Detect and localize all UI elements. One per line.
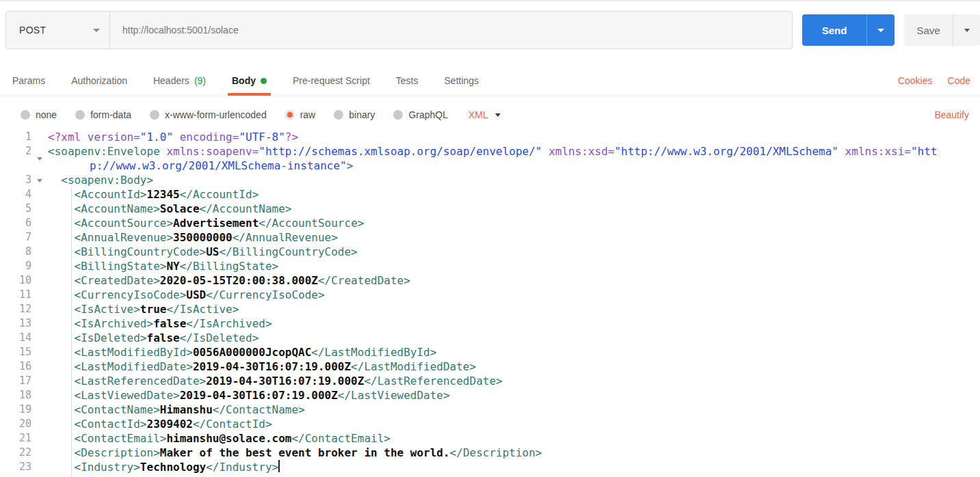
code-token-tag: <LastViewedDate> bbox=[75, 389, 180, 402]
code-token-tag: </CreatedDate> bbox=[318, 274, 410, 287]
fold-gutter bbox=[31, 130, 48, 144]
save-options-button[interactable] bbox=[953, 14, 980, 46]
tab-pre-request-script[interactable]: Pre-request Script bbox=[289, 66, 374, 96]
fold-gutter bbox=[31, 446, 48, 460]
line-number: 1 bbox=[0, 130, 31, 144]
line-number: 17 bbox=[0, 374, 31, 388]
code-line[interactable]: 14 <IsDeleted>false</IsDeleted> bbox=[0, 331, 980, 345]
code-link[interactable]: Code bbox=[948, 75, 970, 86]
code-line[interactable]: 5 <AccountName>Solace</AccountName> bbox=[0, 202, 980, 216]
code-line[interactable]: 17 <LastReferencedDate>2019-04-30T16:07:… bbox=[0, 374, 980, 388]
fold-gutter bbox=[31, 302, 48, 316]
code-token-tag: <IsArchived> bbox=[75, 317, 154, 330]
tabs-links: Cookies Code bbox=[898, 75, 980, 86]
code-line[interactable]: 9 <BillingState>NY</BillingState> bbox=[0, 259, 980, 273]
body-mode-form-data[interactable]: form-data bbox=[75, 109, 131, 120]
code-token-str: "http://schemas.xmlsoap.org/soap/envelop… bbox=[259, 145, 542, 158]
code-token-tag: <soapenv:Body> bbox=[61, 174, 153, 187]
line-number: 23 bbox=[0, 460, 31, 474]
body-mode-none[interactable]: none bbox=[21, 109, 57, 120]
radio-icon[interactable] bbox=[334, 110, 343, 120]
line-number: 13 bbox=[0, 316, 31, 331]
mode-label: x-www-form-urlencoded bbox=[165, 109, 267, 120]
save-button[interactable]: Save bbox=[904, 14, 953, 46]
mode-label: raw bbox=[300, 109, 316, 120]
code-line[interactable]: 18 <LastViewedDate>2019-04-30T16:07:19.0… bbox=[0, 388, 980, 403]
code-line[interactable]: 21 <ContactEmail>himanshu@solace.com</Co… bbox=[0, 431, 980, 446]
code-line[interactable]: 10 <CreatedDate>2020-05-15T20:00:38.000Z… bbox=[0, 273, 980, 288]
code-token-str: "UTF-8" bbox=[239, 131, 284, 144]
beautify-button[interactable]: Beautify bbox=[934, 109, 980, 120]
code-content: <ContactId>2309402</ContactId> bbox=[48, 417, 951, 431]
tab-headers[interactable]: Headers(9) bbox=[149, 66, 210, 96]
code-content: <LastModifiedDate>2019-04-30T16:07:19.00… bbox=[48, 359, 951, 374]
body-present-dot-icon bbox=[261, 78, 267, 84]
body-mode-binary[interactable]: binary bbox=[334, 109, 375, 120]
code-token-pl bbox=[48, 432, 75, 445]
tab-params[interactable]: Params bbox=[8, 66, 49, 96]
code-line[interactable]: 20 <ContactId>2309402</ContactId> bbox=[0, 417, 980, 431]
body-mode-raw[interactable]: raw bbox=[285, 109, 316, 120]
code-line[interactable]: 1<?xml version="1.0" encoding="UTF-8"?> bbox=[0, 130, 980, 144]
request-tabs: ParamsAuthorizationHeaders(9)BodyPre-req… bbox=[0, 66, 980, 96]
tab-label: Params bbox=[12, 75, 45, 86]
code-content: <AccountId>12345</AccountId> bbox=[48, 187, 951, 202]
code-content: <Industry>Technology</Industry> bbox=[48, 460, 951, 474]
code-token-tag: </AccountName> bbox=[200, 202, 292, 215]
code-content: <BillingCountryCode>US</BillingCountryCo… bbox=[48, 245, 951, 259]
send-button[interactable]: Send bbox=[802, 14, 867, 46]
tab-authorization[interactable]: Authorization bbox=[67, 66, 131, 96]
code-token-pl bbox=[48, 274, 75, 287]
line-number: 15 bbox=[0, 345, 31, 359]
code-line[interactable]: 19 <ContactName>Himanshu</ContactName> bbox=[0, 403, 980, 417]
code-line[interactable]: 6 <AccountSource>Advertisement</AccountS… bbox=[0, 216, 980, 230]
code-line[interactable]: 8 <BillingCountryCode>US</BillingCountry… bbox=[0, 245, 980, 259]
send-options-button[interactable] bbox=[867, 14, 895, 46]
code-line[interactable]: 13 <IsArchived>false</IsArchived> bbox=[0, 316, 980, 331]
code-line[interactable]: 11 <CurrencyIsoCode>USD</CurrencyIsoCode… bbox=[0, 288, 980, 302]
code-token-pl bbox=[48, 231, 75, 244]
cookies-link[interactable]: Cookies bbox=[898, 75, 933, 86]
code-token-pl bbox=[838, 145, 845, 158]
method-select[interactable]: POST bbox=[6, 12, 110, 49]
code-token-txt: 350000000 bbox=[173, 231, 233, 244]
code-content: <IsDeleted>false</IsDeleted> bbox=[48, 331, 951, 345]
body-mode-graphql[interactable]: GraphQL bbox=[393, 109, 448, 120]
radio-icon[interactable] bbox=[21, 110, 30, 120]
tab-settings[interactable]: Settings bbox=[440, 66, 484, 96]
code-token-txt: 2019-04-30T16:07:19.000Z bbox=[180, 389, 338, 402]
code-token-txt: himanshu@solace.com bbox=[166, 432, 291, 445]
code-token-pl bbox=[48, 174, 61, 187]
tab-body[interactable]: Body bbox=[228, 66, 271, 96]
body-editor[interactable]: 1<?xml version="1.0" encoding="UTF-8"?>2… bbox=[0, 128, 980, 477]
radio-icon[interactable] bbox=[393, 110, 403, 120]
code-line[interactable]: 22 <Description>Maker of the best event … bbox=[0, 446, 980, 460]
radio-icon[interactable] bbox=[75, 110, 85, 120]
fold-arrow-icon[interactable] bbox=[37, 157, 42, 161]
tab-label: Pre-request Script bbox=[293, 75, 370, 86]
code-line[interactable]: 12 <IsActive>true</IsActive> bbox=[0, 302, 980, 316]
code-token-txt: Advertisement bbox=[173, 217, 259, 230]
code-token-tag: <CreatedDate> bbox=[75, 274, 160, 287]
code-token-tag: <Description> bbox=[75, 446, 160, 459]
url-input[interactable] bbox=[110, 12, 792, 49]
tab-tests[interactable]: Tests bbox=[392, 66, 423, 96]
code-line[interactable]: 16 <LastModifiedDate>2019-04-30T16:07:19… bbox=[0, 359, 980, 374]
fold-arrow-icon[interactable] bbox=[37, 179, 42, 182]
code-line[interactable]: 4 <AccountId>12345</AccountId> bbox=[0, 187, 980, 202]
chevron-down-icon bbox=[495, 113, 501, 117]
code-line[interactable]: 7 <AnnualRevenue>350000000</AnnualRevenu… bbox=[0, 230, 980, 245]
code-line[interactable]: 2<soapenv:Envelope xmlns:soapenv="http:/… bbox=[0, 144, 980, 173]
code-line[interactable]: 15 <LastModifiedById>0056A000000JcopQAC<… bbox=[0, 345, 980, 359]
format-select[interactable]: XML bbox=[468, 109, 501, 120]
code-token-txt: NY bbox=[166, 260, 179, 273]
code-line[interactable]: 23 <Industry>Technology</Industry> bbox=[0, 460, 980, 474]
code-token-tag: <IsActive> bbox=[75, 303, 140, 316]
code-line[interactable]: 3 <soapenv:Body> bbox=[0, 173, 980, 187]
code-token-tag: </IsActive> bbox=[166, 303, 239, 316]
code-token-pl bbox=[48, 446, 75, 459]
radio-icon[interactable] bbox=[285, 110, 295, 120]
line-number: 6 bbox=[0, 216, 31, 230]
radio-icon[interactable] bbox=[150, 110, 159, 120]
body-mode-x-www-form-urlencoded[interactable]: x-www-form-urlencoded bbox=[150, 109, 267, 120]
